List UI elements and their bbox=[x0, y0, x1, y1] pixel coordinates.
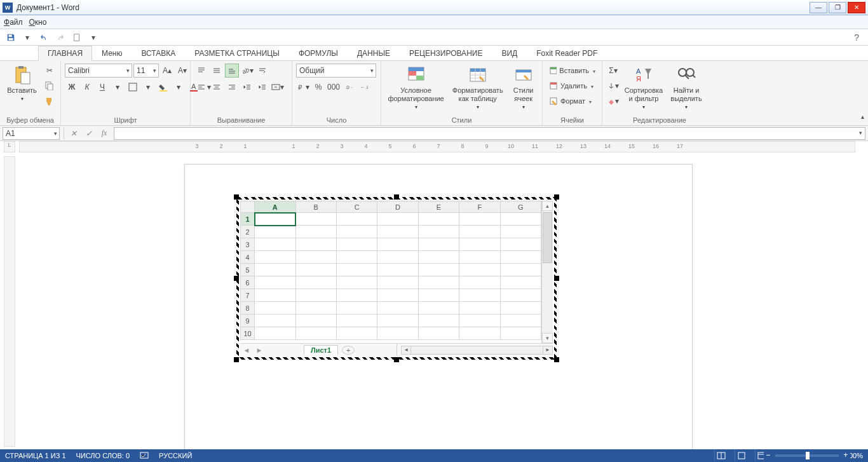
fill-color-icon[interactable] bbox=[156, 80, 170, 94]
sheet-vertical-scrollbar[interactable]: ▲ ▼ bbox=[541, 201, 553, 343]
formula-input[interactable] bbox=[114, 127, 865, 140]
enter-formula-icon[interactable]: ✓ bbox=[83, 128, 95, 139]
close-button[interactable]: ✕ bbox=[848, 2, 865, 13]
hscroll-track[interactable] bbox=[411, 346, 543, 355]
tab-insert[interactable]: ВСТАВКА bbox=[132, 46, 185, 61]
orientation-icon[interactable]: ab▾ bbox=[240, 64, 254, 78]
decrease-indent-icon[interactable] bbox=[240, 80, 254, 94]
cut-icon[interactable]: ✂ bbox=[43, 64, 57, 78]
find-select-button[interactable]: Найти и выделить ▾ bbox=[667, 64, 705, 111]
merge-cells-icon[interactable]: ▾ bbox=[271, 80, 285, 94]
sort-filter-button[interactable]: АЯ Сортировка и фильтр ▾ bbox=[623, 64, 665, 111]
font-size-combo[interactable]: 11 bbox=[133, 64, 159, 78]
view-print-layout-icon[interactable] bbox=[735, 451, 749, 461]
sheet-horizontal-scrollbar[interactable]: ◄ ► bbox=[401, 346, 553, 355]
resize-handle[interactable] bbox=[554, 357, 559, 362]
scroll-thumb[interactable] bbox=[543, 212, 552, 263]
format-painter-icon[interactable] bbox=[43, 94, 57, 108]
collapse-ribbon-icon[interactable]: ▴ bbox=[861, 113, 864, 120]
help-button[interactable]: ? bbox=[854, 32, 864, 43]
cell-styles-button[interactable]: Стили ячеек ▾ bbox=[508, 64, 538, 111]
undo-icon[interactable] bbox=[37, 31, 51, 44]
delete-cells-button[interactable]: Удалить bbox=[546, 79, 598, 93]
zoom-thumb[interactable] bbox=[806, 452, 810, 459]
align-left-icon[interactable] bbox=[194, 80, 208, 94]
name-box[interactable]: A1 bbox=[3, 127, 60, 140]
resize-handle[interactable] bbox=[554, 194, 559, 200]
autosum-icon[interactable]: Σ▾ bbox=[606, 64, 620, 78]
align-top-icon[interactable] bbox=[194, 64, 208, 78]
add-sheet-icon[interactable]: + bbox=[342, 346, 355, 355]
status-word-count[interactable]: ЧИСЛО СЛОВ: 0 bbox=[76, 452, 130, 459]
menu-file[interactable]: Файл bbox=[4, 18, 23, 27]
number-format-combo[interactable]: Общий bbox=[296, 64, 376, 78]
border-icon[interactable] bbox=[126, 80, 140, 94]
sheet-nav-next-icon[interactable]: ► bbox=[253, 346, 266, 354]
tab-menu[interactable]: Меню bbox=[92, 46, 132, 61]
insert-cells-button[interactable]: Вставить bbox=[546, 64, 598, 78]
clear-icon[interactable]: ▾ bbox=[606, 94, 620, 108]
thousands-icon[interactable]: 000 bbox=[327, 80, 341, 94]
paste-button[interactable]: Вставить▾ bbox=[4, 64, 40, 103]
embedded-spreadsheet-object[interactable]: ABCDEFG12345678910 ▲ ▼ ◄ ► Лист1 + bbox=[236, 197, 557, 360]
new-doc-icon[interactable] bbox=[70, 31, 84, 44]
status-language[interactable]: РУССКИЙ bbox=[159, 452, 192, 459]
tab-home[interactable]: ГЛАВНАЯ bbox=[38, 46, 92, 61]
resize-handle[interactable] bbox=[234, 357, 239, 362]
wrap-text-icon[interactable] bbox=[255, 64, 269, 78]
align-middle-icon[interactable] bbox=[210, 64, 224, 78]
scroll-left-icon[interactable]: ◄ bbox=[401, 346, 411, 355]
fill-color-dropdown-icon[interactable]: ▾ bbox=[172, 80, 186, 94]
zoom-out-button[interactable]: − bbox=[764, 451, 773, 459]
fill-icon[interactable]: ▾ bbox=[606, 79, 620, 93]
resize-handle[interactable] bbox=[394, 194, 399, 200]
percent-icon[interactable]: % bbox=[311, 80, 325, 94]
tab-view[interactable]: ВИД bbox=[492, 46, 527, 61]
border-dropdown-icon[interactable]: ▾ bbox=[141, 80, 155, 94]
view-read-mode-icon[interactable] bbox=[714, 451, 728, 461]
resize-handle[interactable] bbox=[234, 194, 239, 200]
align-center-icon[interactable] bbox=[210, 80, 224, 94]
qat-dropdown-icon[interactable]: ▾ bbox=[20, 31, 34, 44]
scroll-up-icon[interactable]: ▲ bbox=[542, 201, 553, 211]
qat-more-icon[interactable]: ▾ bbox=[86, 31, 100, 44]
format-cells-button[interactable]: Формат bbox=[546, 94, 598, 108]
tab-page-layout[interactable]: РАЗМЕТКА СТРАНИЦЫ bbox=[185, 46, 289, 61]
decrease-decimal-icon[interactable]: ←.0 bbox=[357, 80, 371, 94]
vertical-ruler[interactable] bbox=[4, 156, 15, 447]
currency-icon[interactable]: ₽▾ bbox=[296, 80, 310, 94]
align-bottom-icon[interactable] bbox=[225, 64, 239, 78]
minimize-button[interactable]: — bbox=[810, 2, 827, 13]
menu-window[interactable]: Окно bbox=[29, 18, 47, 27]
scroll-down-icon[interactable]: ▼ bbox=[542, 333, 553, 343]
tab-foxit[interactable]: Foxit Reader PDF bbox=[527, 46, 607, 61]
font-name-combo[interactable]: Calibri bbox=[65, 64, 132, 78]
increase-decimal-icon[interactable]: .0→ bbox=[342, 80, 356, 94]
zoom-in-button[interactable]: + bbox=[841, 451, 850, 459]
status-page[interactable]: СТРАНИЦА 1 ИЗ 1 bbox=[5, 452, 66, 459]
resize-handle[interactable] bbox=[394, 357, 399, 362]
sheet-nav-prev-icon[interactable]: ◄ bbox=[240, 346, 253, 354]
tab-formulas[interactable]: ФОРМУЛЫ bbox=[289, 46, 348, 61]
bold-button[interactable]: Ж bbox=[65, 80, 79, 94]
tab-data[interactable]: ДАННЫЕ bbox=[348, 46, 400, 61]
redo-icon[interactable] bbox=[53, 31, 67, 44]
italic-button[interactable]: К bbox=[80, 80, 94, 94]
resize-handle[interactable] bbox=[554, 276, 559, 281]
underline-button[interactable]: Ч bbox=[95, 80, 109, 94]
cancel-formula-icon[interactable]: ✕ bbox=[68, 128, 79, 139]
align-right-icon[interactable] bbox=[225, 80, 239, 94]
resize-handle[interactable] bbox=[234, 276, 239, 281]
fx-icon[interactable]: fx bbox=[98, 128, 110, 139]
sheet-tab-1[interactable]: Лист1 bbox=[304, 345, 338, 355]
tab-review[interactable]: РЕЦЕНЗИРОВАНИЕ bbox=[400, 46, 492, 61]
shrink-font-icon[interactable]: A▾ bbox=[175, 64, 189, 78]
increase-indent-icon[interactable] bbox=[255, 80, 269, 94]
maximize-button[interactable]: ❐ bbox=[829, 2, 846, 13]
format-as-table-button[interactable]: Форматировать как таблицу ▾ bbox=[449, 64, 506, 111]
underline-more-icon[interactable]: ▾ bbox=[111, 80, 125, 94]
save-icon[interactable] bbox=[4, 31, 18, 44]
scroll-right-icon[interactable]: ► bbox=[543, 346, 553, 355]
conditional-formatting-button[interactable]: Условное форматирование ▾ bbox=[385, 64, 447, 111]
horizontal-ruler[interactable]: 3211234567891011121314151617 bbox=[19, 141, 855, 153]
